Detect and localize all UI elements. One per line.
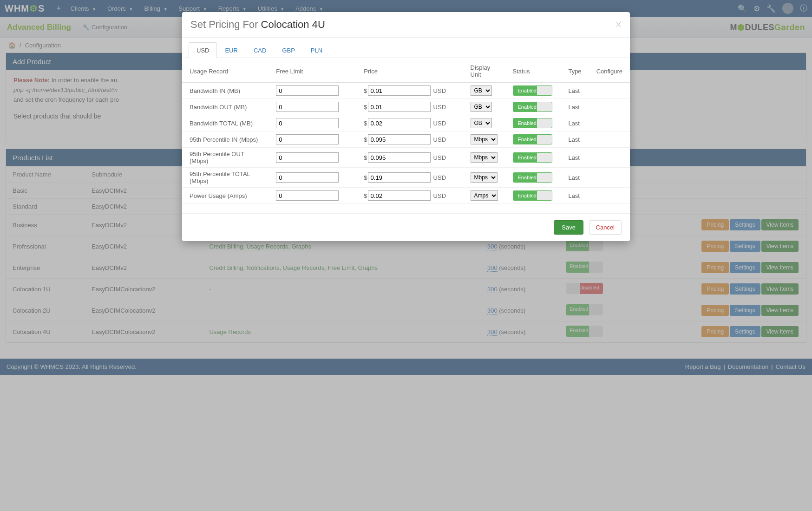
display-unit-select[interactable]: GB xyxy=(471,102,492,112)
usage-record-name: Bandwidth TOTAL (MB) xyxy=(182,115,268,131)
status-toggle[interactable]: Enabled xyxy=(513,134,552,144)
modal-header: Set Pricing For Colocation 4U × xyxy=(182,12,630,38)
type-value: Last xyxy=(561,168,589,188)
type-value: Last xyxy=(561,148,589,168)
col-price: Price xyxy=(356,60,463,83)
tab-eur[interactable]: EUR xyxy=(217,42,245,58)
price-input[interactable] xyxy=(368,190,431,201)
price-input[interactable] xyxy=(368,134,431,144)
col-display-unit: Display Unit xyxy=(463,60,505,83)
type-value: Last xyxy=(561,131,589,148)
free-limit-input[interactable] xyxy=(276,190,339,201)
pricing-row: Bandwidth OUT (MB)$USDGBEnabledLast xyxy=(182,99,630,115)
display-unit-select[interactable]: Mbps xyxy=(471,172,498,183)
free-limit-input[interactable] xyxy=(276,152,339,163)
type-value: Last xyxy=(561,115,589,131)
pricing-row: Bandwidth TOTAL (MB)$USDGBEnabledLast xyxy=(182,115,630,131)
display-unit-select[interactable]: Amps xyxy=(471,190,498,201)
currency-tabs: USDEURCADGBPPLN xyxy=(182,42,630,58)
price-input[interactable] xyxy=(368,118,431,128)
modal-footer: Save Cancel xyxy=(182,213,630,241)
usage-record-name: Power Usage (Amps) xyxy=(182,188,268,204)
pricing-row: 95th Percentile TOTAL (Mbps)$USDMbpsEnab… xyxy=(182,168,630,188)
modal-overlay: Set Pricing For Colocation 4U × USDEURCA… xyxy=(0,0,812,375)
pricing-modal: Set Pricing For Colocation 4U × USDEURCA… xyxy=(182,12,630,241)
pricing-row: 95th Percentile IN (Mbps)$USDMbpsEnabled… xyxy=(182,131,630,148)
col-usage-record: Usage Record xyxy=(182,60,268,83)
type-value: Last xyxy=(561,99,589,115)
type-value: Last xyxy=(561,188,589,204)
tab-cad[interactable]: CAD xyxy=(246,42,274,58)
usage-record-name: 95th Percentile OUT (Mbps) xyxy=(182,148,268,168)
usage-record-name: 95th Percentile IN (Mbps) xyxy=(182,131,268,148)
modal-title: Set Pricing For Colocation 4U xyxy=(190,19,325,31)
price-input[interactable] xyxy=(368,102,431,112)
pricing-row: 95th Percentile OUT (Mbps)$USDMbpsEnable… xyxy=(182,148,630,168)
display-unit-select[interactable]: GB xyxy=(471,118,492,128)
free-limit-input[interactable] xyxy=(276,102,339,112)
tab-gbp[interactable]: GBP xyxy=(274,42,302,58)
price-input[interactable] xyxy=(368,172,431,183)
display-unit-select[interactable]: Mbps xyxy=(471,134,498,144)
status-toggle[interactable]: Enabled xyxy=(513,85,552,96)
price-input[interactable] xyxy=(368,85,431,96)
close-icon[interactable]: × xyxy=(616,19,622,31)
pricing-table: Usage Record Free Limit Price Display Un… xyxy=(182,60,630,204)
type-value: Last xyxy=(561,83,589,99)
status-toggle[interactable]: Enabled xyxy=(513,172,552,183)
col-status: Status xyxy=(505,60,561,83)
status-toggle[interactable]: Enabled xyxy=(513,190,552,201)
pricing-row: Power Usage (Amps)$USDAmpsEnabledLast xyxy=(182,188,630,204)
status-toggle[interactable]: Enabled xyxy=(513,152,552,163)
free-limit-input[interactable] xyxy=(276,85,339,96)
col-type: Type xyxy=(561,60,589,83)
free-limit-input[interactable] xyxy=(276,118,339,128)
usage-record-name: Bandwidth OUT (MB) xyxy=(182,99,268,115)
tab-pln[interactable]: PLN xyxy=(303,42,330,58)
usage-record-name: Bandwidth IN (MB) xyxy=(182,83,268,99)
cancel-button[interactable]: Cancel xyxy=(589,220,622,235)
free-limit-input[interactable] xyxy=(276,172,339,183)
display-unit-select[interactable]: GB xyxy=(471,85,492,96)
status-toggle[interactable]: Enabled xyxy=(513,102,552,112)
usage-record-name: 95th Percentile TOTAL (Mbps) xyxy=(182,168,268,188)
save-button[interactable]: Save xyxy=(554,220,583,235)
price-input[interactable] xyxy=(368,152,431,163)
status-toggle[interactable]: Enabled xyxy=(513,118,552,128)
col-free-limit: Free Limit xyxy=(268,60,356,83)
tab-usd[interactable]: USD xyxy=(189,42,217,58)
free-limit-input[interactable] xyxy=(276,134,339,144)
display-unit-select[interactable]: Mbps xyxy=(471,152,498,163)
pricing-row: Bandwidth IN (MB)$USDGBEnabledLast xyxy=(182,83,630,99)
col-configure: Configure xyxy=(589,60,630,83)
